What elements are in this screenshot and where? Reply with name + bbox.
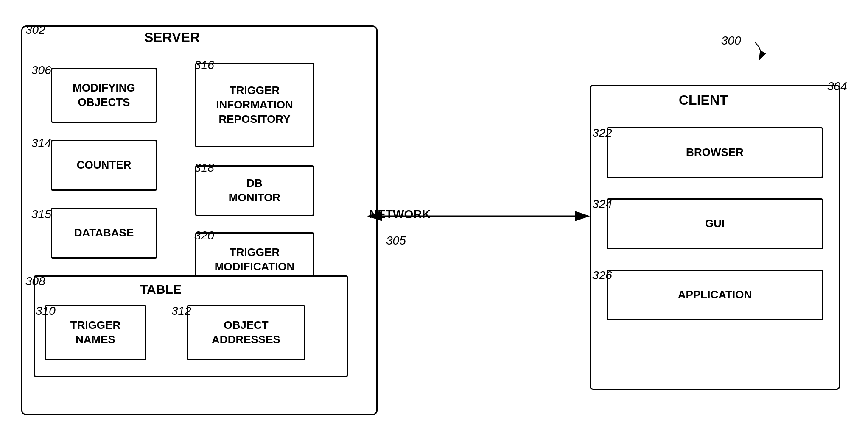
gui-box: GUI — [607, 198, 823, 249]
trigger-modification-label: TRIGGERMODIFICATION — [215, 245, 295, 274]
ref-310: 310 — [36, 304, 56, 318]
ref-324: 324 — [592, 197, 612, 211]
diagram-container: SERVER 302 MODIFYINGOBJECTS 306 COUNTER … — [0, 0, 868, 445]
ref-302: 302 — [25, 23, 45, 37]
ref-318: 318 — [194, 161, 214, 175]
counter-box: COUNTER — [51, 140, 157, 191]
ref-306: 306 — [31, 64, 51, 77]
ref-320: 320 — [194, 229, 214, 242]
ref-314: 314 — [31, 136, 51, 150]
gui-label: GUI — [705, 217, 725, 231]
ref-304: 304 — [827, 80, 847, 93]
application-box: APPLICATION — [607, 270, 823, 320]
browser-label: BROWSER — [686, 145, 744, 160]
application-label: APPLICATION — [678, 288, 752, 302]
database-label: DATABASE — [74, 226, 134, 240]
modifying-objects-label: MODIFYINGOBJECTS — [73, 81, 135, 110]
ref-316: 316 — [194, 58, 214, 72]
trigger-names-box: TRIGGERNAMES — [45, 305, 146, 360]
client-label: CLIENT — [679, 92, 728, 108]
ref-305: 305 — [386, 234, 406, 248]
trigger-names-label: TRIGGERNAMES — [70, 318, 120, 347]
trigger-info-repo-label: TRIGGERINFORMATIONREPOSITORY — [216, 83, 293, 126]
modifying-objects-box: MODIFYINGOBJECTS — [51, 68, 157, 123]
counter-label: COUNTER — [77, 158, 132, 172]
table-label: TABLE — [140, 282, 182, 297]
browser-box: BROWSER — [607, 127, 823, 178]
server-label: SERVER — [144, 30, 200, 45]
ref-300: 300 — [721, 34, 741, 47]
database-box: DATABASE — [51, 208, 157, 259]
object-addresses-label: OBJECTADDRESSES — [212, 318, 280, 347]
ref-308: 308 — [25, 275, 45, 288]
trigger-info-repo-box: TRIGGERINFORMATIONREPOSITORY — [195, 63, 314, 147]
ref-315: 315 — [31, 208, 51, 221]
ref300-arrow — [755, 42, 761, 59]
network-label: NETWORK — [369, 208, 431, 221]
object-addresses-box: OBJECTADDRESSES — [187, 305, 305, 360]
ref-326: 326 — [592, 269, 612, 282]
db-monitor-label: DBMONITOR — [229, 176, 280, 205]
ref-322: 322 — [592, 126, 612, 140]
ref-312: 312 — [171, 304, 191, 318]
